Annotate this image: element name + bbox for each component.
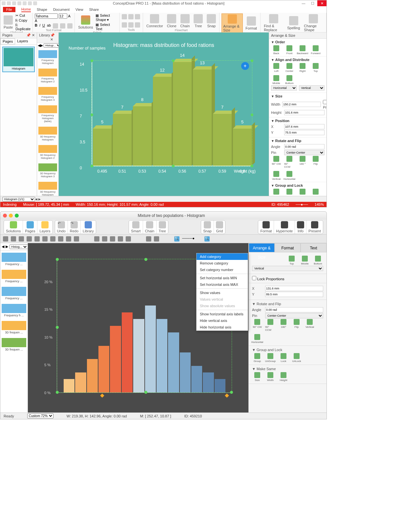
solutions-button[interactable]: Solutions bbox=[4, 221, 23, 234]
lock-check[interactable] bbox=[252, 276, 256, 280]
format-button[interactable]: Format bbox=[258, 221, 274, 234]
arrow-tool[interactable] bbox=[3, 236, 8, 242]
t15[interactable] bbox=[126, 236, 131, 242]
font-select[interactable] bbox=[35, 13, 58, 19]
icon-Group[interactable]: Group bbox=[252, 353, 262, 363]
t2[interactable] bbox=[11, 236, 16, 242]
lib-item[interactable]: Frequency ... bbox=[0, 251, 28, 268]
zoom-out-icon[interactable]: 🔍 bbox=[174, 236, 179, 242]
tab-pages[interactable]: Pages bbox=[0, 38, 15, 44]
t6[interactable] bbox=[42, 236, 48, 242]
x-input[interactable] bbox=[265, 286, 323, 291]
icon-180 °[interactable]: 180 ° bbox=[297, 156, 308, 168]
menu-view[interactable]: View bbox=[75, 8, 83, 11]
icon-Middle[interactable]: Middle bbox=[300, 256, 310, 265]
ctx-remove-category[interactable]: Remove category bbox=[197, 260, 248, 266]
t9[interactable] bbox=[66, 236, 71, 242]
sheet-select[interactable]: Histogram (1/1) bbox=[2, 197, 35, 201]
lib-item[interactable]: Frequency histogram bbox=[37, 48, 58, 67]
icon-Top[interactable]: Top bbox=[286, 256, 297, 265]
icon-Center[interactable]: Center bbox=[284, 63, 295, 73]
change-shape-button[interactable]: Change Shape bbox=[303, 13, 324, 32]
t7[interactable] bbox=[50, 236, 55, 242]
menu-document[interactable]: Document bbox=[53, 8, 70, 11]
icon-Forward[interactable]: Forward bbox=[310, 45, 321, 55]
tool-rect[interactable] bbox=[122, 22, 127, 28]
width-input[interactable] bbox=[282, 102, 321, 107]
icon-Flip[interactable]: Flip bbox=[291, 319, 302, 331]
t10[interactable] bbox=[74, 236, 79, 242]
histogram-chart[interactable]: Histogram: mass distribution of food rat… bbox=[65, 42, 262, 183]
clone-button[interactable]: Clone bbox=[166, 13, 178, 29]
lib-item[interactable]: 3D frequency histogram 3 bbox=[37, 161, 58, 180]
layers-button[interactable]: Layers bbox=[37, 221, 52, 234]
icon-Vertical[interactable]: Vertical bbox=[271, 171, 282, 180]
icon-90° CW[interactable]: 90° CW bbox=[271, 156, 282, 168]
menu-shape[interactable]: Shape bbox=[37, 8, 47, 11]
format-button[interactable]: Format bbox=[244, 16, 258, 31]
tool-ellipse[interactable] bbox=[128, 22, 134, 28]
lib-select[interactable]: Histogr... bbox=[44, 43, 59, 48]
color-button[interactable] bbox=[53, 23, 58, 29]
snap-button[interactable]: Snap bbox=[201, 221, 214, 234]
icon-Top[interactable]: Top bbox=[310, 63, 321, 73]
y-input[interactable] bbox=[284, 130, 325, 135]
tool-text[interactable] bbox=[135, 22, 140, 28]
close-button[interactable]: ✕ bbox=[317, 0, 326, 6]
menu-share[interactable]: Share bbox=[89, 8, 99, 11]
horiz-sel[interactable]: Horizontal bbox=[271, 85, 297, 91]
underline-button[interactable]: U bbox=[42, 23, 45, 29]
align-button[interactable] bbox=[60, 23, 65, 29]
find-replace-button[interactable]: Find & Replace bbox=[262, 13, 284, 32]
ctx-haxis-min[interactable]: Set horizontal axis MIN bbox=[197, 275, 248, 281]
page-thumbnail[interactable]: Histogram bbox=[2, 47, 35, 72]
ctx-add-category[interactable]: Add category bbox=[197, 253, 248, 260]
lock-check[interactable] bbox=[323, 99, 326, 105]
icon-Middle[interactable]: Middle bbox=[271, 75, 282, 85]
italic-button[interactable]: I bbox=[39, 23, 40, 29]
redo-button[interactable]: ↷Redo bbox=[68, 221, 81, 234]
ctx-show-haxis-labels[interactable]: Show horizontal axis labels bbox=[197, 311, 248, 317]
zoom-select[interactable]: Custom 72% bbox=[27, 413, 53, 418]
vert-sel[interactable]: Vertical bbox=[299, 85, 325, 91]
icon-UnLock[interactable]: UnLock bbox=[291, 353, 302, 363]
canvas[interactable]: Histogram: mass distribution of food rat… bbox=[59, 32, 269, 196]
icon-UnGroup[interactable]: UnGroup bbox=[265, 353, 276, 363]
minimize-button[interactable]: — bbox=[299, 0, 308, 6]
select-text[interactable]: ▦ Select Text bbox=[95, 23, 117, 31]
chain-button[interactable]: Chain bbox=[179, 13, 191, 29]
tool-shape[interactable] bbox=[135, 14, 140, 19]
icon-90° CCW[interactable]: 90° CCW bbox=[265, 319, 276, 331]
minimize-button[interactable] bbox=[9, 214, 13, 218]
lib-back[interactable]: ◀ bbox=[2, 244, 4, 249]
t14[interactable] bbox=[118, 236, 123, 242]
arrange-size-button[interactable]: Arrange & Size bbox=[221, 13, 243, 33]
angle-input[interactable] bbox=[284, 144, 325, 149]
icon-Height[interactable]: Height bbox=[278, 372, 289, 382]
tree-button[interactable]: Tree bbox=[192, 13, 204, 29]
pin-icon[interactable]: 📌 ✕ bbox=[26, 33, 35, 37]
paste-button[interactable]: Paste bbox=[2, 15, 14, 30]
pin-icon[interactable]: 📌 ✕ bbox=[50, 33, 56, 42]
info-button[interactable]: Info bbox=[295, 221, 306, 234]
vert-select[interactable]: Vertical bbox=[252, 266, 323, 271]
y-input[interactable] bbox=[265, 292, 323, 297]
t16[interactable] bbox=[146, 236, 151, 242]
ctx-hide-haxis[interactable]: Hide horizontal axis bbox=[197, 324, 248, 330]
icon-90° CW[interactable]: 90° CW bbox=[252, 319, 262, 331]
icon-Group[interactable]: Group bbox=[271, 189, 282, 196]
angle-input[interactable] bbox=[265, 307, 323, 312]
snap-button[interactable]: Snap bbox=[205, 13, 217, 29]
lib-item[interactable]: Frequency histogram 2 bbox=[37, 67, 58, 85]
ctx-set-cat-num[interactable]: Set category number bbox=[197, 266, 248, 273]
height-input[interactable] bbox=[284, 110, 325, 115]
pin-select[interactable]: Center-Center bbox=[265, 313, 323, 318]
t17[interactable] bbox=[154, 236, 159, 242]
cut-button[interactable]: ✂ Cut bbox=[15, 13, 31, 18]
size-select[interactable] bbox=[59, 13, 67, 19]
ctx-hide-vaxis[interactable]: Hide vertical axis bbox=[197, 317, 248, 324]
lib-item[interactable]: Frequency h ... bbox=[0, 302, 28, 319]
icon-Bottom[interactable]: Bottom bbox=[284, 75, 295, 85]
icon-Width[interactable]: Width bbox=[265, 372, 276, 382]
strike-button[interactable]: ab bbox=[47, 23, 51, 29]
